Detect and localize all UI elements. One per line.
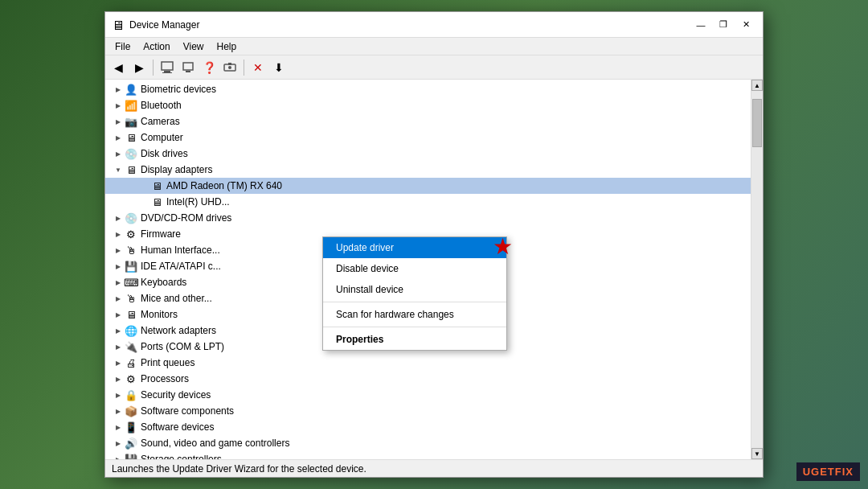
toolbar-btn-2[interactable]: [178, 58, 198, 77]
ctx-update-driver[interactable]: Update driver ★: [323, 237, 506, 258]
svg-rect-3: [183, 63, 193, 70]
tree-label-mice: Mice and other...: [141, 293, 212, 304]
tree-label-sw-components: Software components: [141, 405, 234, 417]
tree-label-storage: Storage controllers: [141, 454, 222, 459]
expand-arrow: ▶: [112, 147, 125, 160]
tree-label-ide: IDE ATA/ATAPI c...: [141, 261, 221, 272]
ctx-scan-hardware[interactable]: Scan for hardware changes: [323, 304, 506, 325]
ctx-disable-device[interactable]: Disable device: [323, 258, 506, 279]
storage-icon: 💾: [125, 453, 137, 459]
expand-arrow: ▶: [112, 308, 125, 321]
toolbar-separator-2: [244, 60, 244, 76]
title-bar: 🖥 Device Manager — ❐ ✕: [105, 12, 763, 38]
network-icon: 🌐: [125, 324, 137, 337]
ctx-update-driver-label: Update driver: [336, 242, 394, 253]
sw-components-icon: 📦: [125, 405, 137, 417]
scroll-up-button[interactable]: ▲: [751, 80, 763, 91]
tree-item-processors[interactable]: ▶ ⚙ Processors: [105, 371, 751, 387]
sound-icon: 🔊: [125, 437, 137, 450]
toolbar-btn-3[interactable]: ❓: [199, 58, 219, 77]
tree-label-cameras: Cameras: [141, 116, 180, 127]
ide-icon: 💾: [125, 260, 137, 273]
tree-label-print: Print queues: [141, 357, 194, 368]
tree-item-computer[interactable]: ▶ 🖥 Computer: [105, 129, 751, 146]
scroll-down-button[interactable]: ▼: [751, 448, 763, 459]
intel-icon: 🖥: [150, 195, 163, 208]
svg-rect-2: [162, 72, 172, 73]
amd-icon: 🖥: [150, 179, 163, 192]
status-text: Launches the Update Driver Wizard for th…: [112, 463, 366, 475]
expand-arrow: ▶: [112, 115, 125, 128]
ctx-separator-2: [323, 327, 506, 327]
tree-item-intel[interactable]: ▶ 🖥 Intel(R) UHD...: [105, 194, 751, 210]
expand-arrow: ▶: [112, 405, 125, 417]
minimize-button[interactable]: —: [690, 17, 711, 33]
expand-arrow: ▶: [112, 260, 125, 273]
tree-item-display[interactable]: ▼ 🖥 Display adapters: [105, 162, 751, 178]
toolbar-btn-remove[interactable]: ✕: [248, 58, 268, 77]
restore-button[interactable]: ❐: [713, 17, 734, 33]
expand-arrow: ▶: [112, 453, 125, 459]
ctx-scan-label: Scan for hardware changes: [336, 309, 454, 320]
scrollbar-track[interactable]: [751, 91, 763, 448]
tree-label-network: Network adapters: [141, 325, 216, 336]
tree-label-biometric: Biometric devices: [141, 84, 216, 95]
toolbar-separator-1: [153, 60, 154, 76]
expand-arrow: ▶: [112, 372, 125, 385]
menu-help[interactable]: Help: [211, 39, 244, 54]
tree-label-disk: Disk drives: [141, 148, 188, 159]
sw-devices-icon: 📱: [125, 421, 137, 434]
tree-item-sw-components[interactable]: ▶ 📦 Software components: [105, 403, 751, 419]
tree-item-sound[interactable]: ▶ 🔊 Sound, video and game controllers: [105, 435, 751, 451]
disk-icon: 💿: [125, 147, 137, 160]
tree-label-monitors: Monitors: [141, 309, 178, 320]
expand-arrow: ▶: [112, 99, 125, 112]
expand-arrow: ▶: [112, 292, 125, 305]
firmware-icon: ⚙: [125, 228, 137, 240]
tree-item-cameras[interactable]: ▶ 📷 Cameras: [105, 113, 751, 129]
tree-item-print[interactable]: ▶ 🖨 Print queues: [105, 355, 751, 371]
tree-item-storage[interactable]: ▶ 💾 Storage controllers: [105, 451, 751, 459]
ctx-uninstall-device[interactable]: Uninstall device: [323, 279, 506, 300]
security-icon: 🔒: [125, 388, 137, 401]
tree-label-hid: Human Interface...: [141, 244, 220, 256]
tree-label-dvd: DVD/CD-ROM drives: [141, 212, 231, 224]
menu-file[interactable]: File: [108, 39, 137, 54]
hid-icon: 🖱: [125, 244, 137, 257]
tree-item-security[interactable]: ▶ 🔒 Security devices: [105, 387, 751, 403]
scrollbar: ▲ ▼: [751, 80, 763, 459]
toolbar-btn-download[interactable]: ⬇: [269, 58, 289, 77]
tree-label-processors: Processors: [141, 373, 189, 384]
toolbar-btn-1[interactable]: [158, 58, 177, 77]
watermark: UGETFIX: [796, 462, 860, 481]
menu-action[interactable]: Action: [137, 39, 176, 54]
device-tree[interactable]: ▶ 👤 Biometric devices ▶ 📶 Bluetooth ▶ 📷 …: [105, 80, 751, 459]
forward-button[interactable]: ▶: [129, 58, 149, 77]
camera-icon: 📷: [125, 115, 137, 128]
context-menu: Update driver ★ Disable device Uninstall…: [322, 236, 507, 351]
tree-item-amd[interactable]: ▶ 🖥 AMD Radeon (TM) RX 640: [105, 178, 751, 194]
ctx-properties[interactable]: Properties: [323, 329, 506, 350]
ctx-uninstall-label: Uninstall device: [336, 284, 403, 295]
tree-label-security: Security devices: [141, 389, 211, 401]
svg-rect-0: [162, 62, 173, 70]
tree-label-amd: AMD Radeon (TM) RX 640: [166, 180, 282, 191]
back-button[interactable]: ◀: [108, 58, 128, 77]
tree-item-bluetooth[interactable]: ▶ 📶 Bluetooth: [105, 97, 751, 113]
keyboard-icon: ⌨: [125, 276, 137, 289]
tree-item-sw-devices[interactable]: ▶ 📱 Software devices: [105, 419, 751, 435]
tree-item-biometric[interactable]: ▶ 👤 Biometric devices: [105, 81, 751, 97]
tree-item-dvd[interactable]: ▶ 💿 DVD/CD-ROM drives: [105, 210, 751, 226]
tree-item-disk[interactable]: ▶ 💿 Disk drives: [105, 146, 751, 162]
cpu-icon: ⚙: [125, 372, 137, 385]
dvd-icon: 💿: [125, 212, 137, 224]
close-button[interactable]: ✕: [735, 17, 756, 33]
expand-arrow: ▶: [112, 212, 125, 224]
scrollbar-thumb[interactable]: [752, 99, 762, 147]
window-title: Device Manager: [129, 19, 690, 31]
content-area: ▶ 👤 Biometric devices ▶ 📶 Bluetooth ▶ 📷 …: [105, 80, 763, 459]
menu-view[interactable]: View: [177, 39, 211, 54]
toolbar-btn-4[interactable]: [220, 58, 240, 77]
expand-arrow: ▶: [112, 131, 125, 144]
expand-arrow: ▶: [112, 388, 125, 401]
